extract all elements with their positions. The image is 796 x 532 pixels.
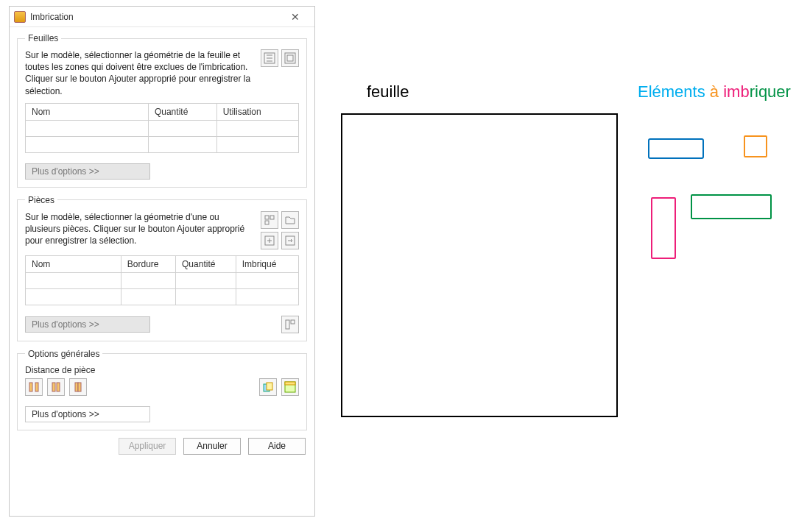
add-sheet-exclusion-icon bbox=[284, 52, 296, 64]
general-options-group: Options générales Distance de pièce bbox=[17, 349, 307, 430]
sheets-col-name[interactable]: Nom bbox=[26, 103, 149, 120]
apply-button[interactable]: Appliquer bbox=[119, 438, 176, 455]
svg-rect-3 bbox=[265, 216, 269, 219]
parts-instructions: Sur le modèle, sélectionner la géometrie… bbox=[25, 211, 256, 247]
part-plus-icon bbox=[264, 235, 275, 247]
svg-rect-5 bbox=[265, 221, 269, 224]
svg-rect-12 bbox=[52, 383, 55, 391]
app-icon bbox=[14, 11, 26, 23]
spacing-option-2[interactable] bbox=[47, 378, 65, 396]
titlebar: Imbrication ✕ bbox=[10, 7, 314, 27]
general-more-options-button[interactable]: Plus d'options >> bbox=[25, 406, 150, 422]
close-icon: ✕ bbox=[291, 11, 300, 23]
add-sheet-button[interactable] bbox=[261, 49, 278, 67]
elements-label-word-1: Eléments bbox=[638, 82, 705, 101]
nesting-dialog: Imbrication ✕ Feuilles Sur le modèle, sé… bbox=[9, 6, 315, 517]
spacing-option-3[interactable] bbox=[69, 378, 87, 396]
parts-info-button[interactable] bbox=[281, 316, 299, 333]
add-sheet-icon bbox=[264, 52, 275, 64]
spacing-option-1[interactable] bbox=[25, 378, 43, 396]
parts-col-border[interactable]: Bordure bbox=[121, 255, 175, 272]
part-icon bbox=[264, 214, 275, 226]
copy-sheets-button[interactable] bbox=[259, 378, 277, 396]
svg-rect-15 bbox=[78, 383, 81, 391]
preview-icon bbox=[284, 381, 296, 393]
elements-label-word-4: riquer bbox=[750, 82, 791, 101]
sheets-table[interactable]: Nom Quantité Utilisation bbox=[25, 103, 299, 153]
sheets-col-usage[interactable]: Utilisation bbox=[216, 103, 298, 120]
spacing-icon bbox=[50, 381, 62, 393]
dialog-footer: Appliquer Annuler Aide bbox=[17, 438, 307, 455]
elements-label: Eléments à imbriquer bbox=[638, 82, 791, 102]
table-row[interactable] bbox=[26, 136, 299, 152]
parts-table[interactable]: Nom Bordure Quantité Imbriqué bbox=[25, 255, 299, 305]
parts-more-options-button[interactable]: Plus d'options >> bbox=[25, 316, 150, 333]
sheets-group: Feuilles Sur le modèle, sélectionner la … bbox=[17, 33, 307, 188]
svg-rect-4 bbox=[270, 216, 274, 219]
parts-col-nested[interactable]: Imbriqué bbox=[236, 255, 298, 272]
element-shape-blue bbox=[648, 138, 704, 159]
part-arrow-icon bbox=[284, 235, 296, 247]
sheets-legend: Feuilles bbox=[25, 33, 61, 43]
element-shape-green bbox=[691, 194, 772, 219]
close-button[interactable]: ✕ bbox=[281, 7, 310, 26]
svg-rect-11 bbox=[35, 383, 38, 391]
table-row[interactable] bbox=[26, 272, 299, 288]
elements-label-word-2: à bbox=[710, 82, 719, 101]
sheets-instructions: Sur le modèle, sélectionner la géométrie… bbox=[25, 49, 256, 97]
svg-rect-8 bbox=[286, 320, 289, 329]
help-button[interactable]: Aide bbox=[248, 438, 306, 455]
table-row[interactable] bbox=[26, 120, 299, 136]
sheets-more-options-button[interactable]: Plus d'options >> bbox=[25, 163, 150, 180]
copy-icon bbox=[262, 381, 274, 393]
elements-label-word-3: imb bbox=[723, 82, 749, 101]
element-shape-orange bbox=[744, 135, 767, 157]
spacing-icon bbox=[72, 381, 84, 393]
parts-col-qty[interactable]: Quantité bbox=[176, 255, 236, 272]
svg-rect-14 bbox=[75, 383, 78, 391]
spacing-icon bbox=[28, 381, 40, 393]
piece-distance-label: Distance de pièce bbox=[25, 365, 299, 375]
sheets-col-qty[interactable]: Quantité bbox=[148, 103, 216, 120]
element-shape-pink bbox=[651, 197, 676, 259]
part-folder-icon bbox=[284, 214, 296, 226]
svg-rect-13 bbox=[57, 383, 60, 391]
sheet-preview bbox=[341, 113, 618, 417]
svg-rect-1 bbox=[285, 53, 295, 63]
info-icon bbox=[284, 319, 296, 330]
parts-group: Pièces Sur le modèle, sélectionner la gé… bbox=[17, 195, 307, 341]
add-part-button-2[interactable] bbox=[281, 211, 299, 229]
general-legend: Options générales bbox=[25, 349, 102, 359]
parts-col-name[interactable]: Nom bbox=[26, 255, 121, 272]
add-part-button-3[interactable] bbox=[261, 232, 278, 249]
svg-rect-10 bbox=[29, 383, 32, 391]
add-part-button-4[interactable] bbox=[281, 232, 299, 249]
svg-rect-9 bbox=[291, 320, 295, 324]
add-sheet-exclusion-button[interactable] bbox=[281, 49, 299, 67]
svg-rect-2 bbox=[287, 55, 293, 61]
add-part-button-1[interactable] bbox=[261, 211, 278, 229]
svg-rect-17 bbox=[267, 383, 272, 390]
window-title: Imbrication bbox=[30, 12, 281, 22]
parts-legend: Pièces bbox=[25, 195, 57, 205]
table-row[interactable] bbox=[26, 288, 299, 305]
dialog-body: Feuilles Sur le modèle, sélectionner la … bbox=[10, 27, 314, 462]
svg-rect-19 bbox=[285, 382, 295, 385]
sheet-label: feuille bbox=[367, 82, 409, 102]
preview-button[interactable] bbox=[281, 378, 299, 396]
cancel-button[interactable]: Annuler bbox=[183, 438, 241, 455]
